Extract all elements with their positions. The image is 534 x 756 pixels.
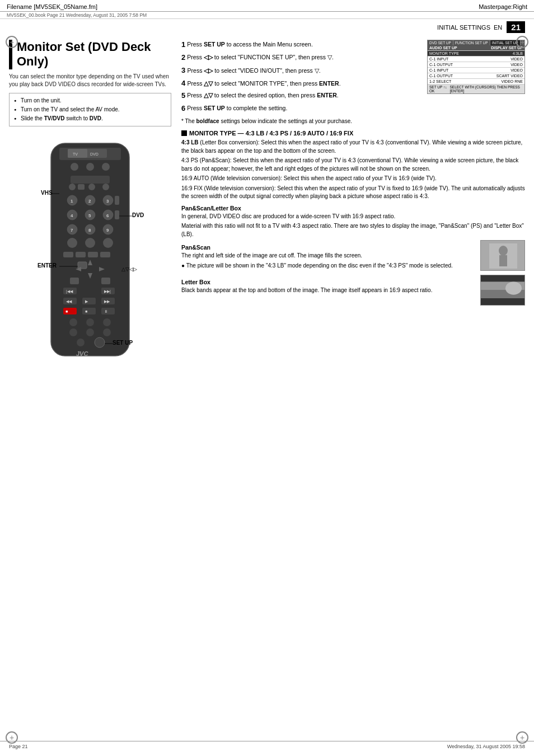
svg-rect-47 <box>101 278 110 284</box>
svg-point-13 <box>102 184 109 190</box>
svg-text:TV: TV <box>73 152 78 156</box>
footer-right: Wednesday, 31 August 2005 19:58 <box>447 744 525 749</box>
svg-text:SET UP: SET UP <box>113 340 133 346</box>
svg-text:▶▶: ▶▶ <box>104 299 110 303</box>
section-header-text: MONITOR TYPE — 4:3 LB / 4:3 PS / 16:9 AU… <box>189 130 353 137</box>
monitor-type-169auto: 16:9 AUTO (Wide television conversion): … <box>181 175 525 183</box>
tab-dvd-setup: DVD SET UP <box>428 40 453 45</box>
svg-text:4: 4 <box>71 213 73 218</box>
svg-rect-41 <box>78 262 87 269</box>
pan-scan-intro: In general, DVD VIDEO disc are produced … <box>181 213 525 221</box>
corner-decoration-tr <box>516 36 528 48</box>
remote-illustration: TV DVD 1 <box>29 132 152 368</box>
svg-rect-62 <box>101 308 115 314</box>
page-footer: Page 21 Wednesday, 31 August 2005 19:58 <box>0 741 534 752</box>
svg-point-68 <box>86 328 94 336</box>
svg-rect-37 <box>63 252 73 257</box>
svg-point-34 <box>67 238 77 248</box>
tab-function-setup: FUNCTION SET UP <box>453 40 490 45</box>
svg-point-71 <box>95 337 105 348</box>
svg-rect-54 <box>82 298 96 304</box>
svg-text:7: 7 <box>71 228 73 233</box>
svg-rect-46 <box>70 278 79 284</box>
remote-container: TV DVD 1 <box>9 132 171 368</box>
svg-text:■: ■ <box>65 309 68 313</box>
svg-text:△▽◁▷: △▽◁▷ <box>121 266 137 272</box>
svg-text:3: 3 <box>106 199 109 204</box>
page-title: Monitor Set (DVD Deck Only) <box>9 40 171 69</box>
svg-text:■: ■ <box>85 309 87 313</box>
svg-rect-39 <box>88 252 98 257</box>
svg-text:⏸: ⏸ <box>104 309 108 313</box>
letterbox-image-content <box>481 282 524 298</box>
svg-point-6 <box>71 163 78 171</box>
section-header-monitor-type: MONITOR TYPE — 4:3 LB / 4:3 PS / 16:9 AU… <box>181 130 525 137</box>
left-column: Monitor Set (DVD Deck Only) You can sele… <box>9 40 171 368</box>
svg-rect-27 <box>115 210 119 219</box>
screen-row-12-select: 1-2 SELECTVIDEO RNE <box>428 79 524 84</box>
svg-text:9: 9 <box>106 228 109 233</box>
prereq-list: Turn on the unit. Turn on the TV and sel… <box>14 96 166 123</box>
prerequisites-box: Turn on the unit. Turn on the TV and sel… <box>9 93 171 126</box>
monitor-type-43lb: 4:3 LB (Letter Box conversion): Select t… <box>181 139 525 155</box>
letter-box-section: Letter Box Black bands appear at the top… <box>181 275 525 306</box>
screen-row-c1-input2: C-1 INPUTVIDEO <box>428 68 524 73</box>
prereq-item-3: Slide the TV/DVD switch to DVD. <box>14 114 166 123</box>
page-body: Monitor Set (DVD Deck Only) You can sele… <box>0 34 534 374</box>
screen-row-c1-output2: C-1 OUTPUTSCART VIDEO <box>428 73 524 79</box>
svg-point-84 <box>499 246 508 256</box>
letter-box-desc: Black bands appear at the top and bottom… <box>181 287 525 295</box>
screen-row-c1-input: C-1 INPUTVIDEO <box>428 57 524 62</box>
svg-text:|◀◀: |◀◀ <box>66 289 73 294</box>
screen-header-row: AUDIO SET UPDISPLAY SET UP <box>428 45 524 51</box>
letter-box-image <box>480 275 525 306</box>
svg-rect-40 <box>100 252 110 257</box>
section-square-icon <box>181 130 187 136</box>
svg-text:DVD: DVD <box>132 212 144 218</box>
subtitle-text: You can select the monitor type dependin… <box>9 73 171 88</box>
svg-point-69 <box>103 328 111 336</box>
svg-rect-60 <box>82 308 96 314</box>
header-sub: MV5SEK_00.book Page 21 Wednesday, August… <box>0 12 534 19</box>
footer-left: Page 21 <box>9 744 28 749</box>
filename-label: Filename [MV5SEK_05Name.fm] <box>7 3 97 10</box>
svg-point-35 <box>85 238 95 248</box>
svg-text:JVC: JVC <box>76 350 88 357</box>
pan-scan-line2: Material with this ratio will not fit to… <box>181 222 525 238</box>
step-6: 6 Press SET UP to complete the setting. <box>181 104 525 114</box>
svg-text:VHS: VHS <box>41 190 53 196</box>
right-column: DVD SET UP FUNCTION SET UP INITIAL SET U… <box>181 40 525 368</box>
svg-text:◀◀: ◀◀ <box>66 299 72 303</box>
prereq-item-1: Turn on the unit. <box>14 96 166 105</box>
note-line: * The boldface settings below indicate t… <box>181 118 525 125</box>
svg-text:2: 2 <box>88 199 91 204</box>
svg-text:6: 6 <box>106 213 109 218</box>
monitor-type-43ps: 4:3 PS (Pan&Scan): Select this when the … <box>181 157 525 173</box>
svg-point-36 <box>103 238 113 248</box>
svg-point-7 <box>86 163 94 171</box>
svg-point-64 <box>69 318 77 326</box>
letter-box-heading: Letter Box <box>181 279 525 285</box>
header-top: Filename [MV5SEK_05Name.fm] Masterpage:R… <box>0 0 534 12</box>
svg-rect-9 <box>71 176 110 184</box>
svg-text:ENTER: ENTER <box>38 262 57 269</box>
svg-point-65 <box>86 318 94 326</box>
svg-text:▶▶|: ▶▶| <box>104 289 111 294</box>
pan-scan-section: Pan&Scan The right and left side of the … <box>181 240 525 271</box>
book-ref-label: MV5SEK_00.book Page 21 Wednesday, August… <box>7 12 147 18</box>
svg-point-12 <box>88 184 95 190</box>
screen-row-c1-output: C-1 OUTPUTVIDEO <box>428 62 524 68</box>
pan-scan-heading: Pan&Scan <box>181 244 525 251</box>
svg-text:8: 8 <box>88 228 91 233</box>
svg-point-8 <box>102 163 110 171</box>
svg-point-10 <box>69 184 76 190</box>
screen-footer: SET UP ↑↓ OK SELECT WITH (CURSORS) THEN … <box>428 84 524 93</box>
letterbox-bottom-bar <box>481 298 524 305</box>
pan-scan-letterbox-title: Pan&Scan/Letter Box <box>181 205 525 212</box>
screen-row-monitor-type: MONITOR TYPE4:3LB <box>428 51 524 57</box>
pan-scan-image-content <box>481 241 524 270</box>
svg-text:DVD: DVD <box>90 152 99 156</box>
svg-text:5: 5 <box>88 213 91 218</box>
svg-text:1: 1 <box>71 199 73 204</box>
prereq-item-2: Turn on the TV and select the AV mode. <box>14 105 166 114</box>
